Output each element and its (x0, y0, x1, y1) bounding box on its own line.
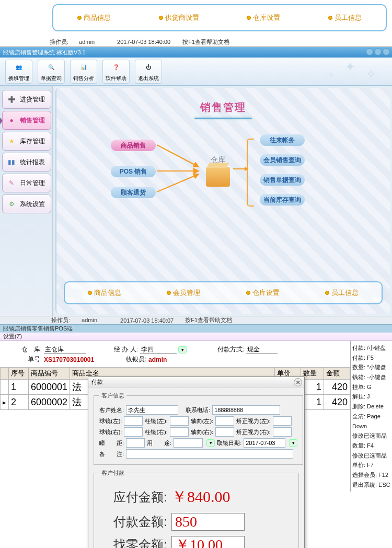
sph-r-input[interactable] (124, 427, 143, 437)
pos-sales-button[interactable]: POS 销售 (111, 166, 156, 177)
handler-picker-icon[interactable]: ▾ (178, 346, 187, 353)
warehouse-cube: 仓库 (202, 155, 234, 187)
close-button[interactable] (383, 48, 390, 55)
bottom-link-warehouse[interactable]: 仓库设置 (246, 288, 280, 298)
sidebar-item-stat-report[interactable]: ▮▮统计报表 (2, 153, 51, 172)
shortcut-hint: 删除: Delete (352, 402, 390, 412)
handler-input[interactable] (140, 345, 177, 354)
payment-dialog: 付款 ✕ 客户信息 客户姓名: 联系电话: 球镜(左): 柱镜(左): 轴向(左… (88, 376, 305, 492)
wanglai-button[interactable]: 往来帐务 (260, 134, 305, 146)
customer-pay-group: 客户付款 应付金额: ￥840.00 付款金额: 找零金额: (94, 469, 299, 492)
axis-l-input[interactable] (215, 416, 234, 426)
svg-line-2 (157, 174, 199, 192)
sidebar-item-purchase-manage[interactable]: ➕进货管理 (2, 90, 51, 109)
warehouse-input[interactable] (44, 345, 86, 354)
system-settings-icon: ⚙ (6, 198, 17, 210)
status-bar-2: 操作员:admin 2017-07-03 18:40:07 按F1查看帮助文档 (0, 316, 392, 324)
svg-line-0 (157, 145, 199, 167)
shortcut-hint: 钱箱: -小键盘 (352, 372, 390, 382)
use-input[interactable] (174, 438, 203, 448)
page-title: 销售管理 (62, 100, 385, 115)
main-toolbar: 👥换班管理🔍单据查询📊销售分析❓软件帮助⏻退出系统 ✦ ✧ ✧ (0, 58, 392, 86)
window-title-bar: 眼镜店销售管理系统 标准版V3.1 (0, 47, 392, 58)
current-stock-query-button[interactable]: 当前库存查询 (260, 194, 305, 206)
doc-number: XS170703010001 (44, 356, 94, 363)
amount-due: ￥840.00 (171, 486, 230, 492)
minimize-button[interactable] (366, 48, 373, 55)
doc-query-icon: 🔍 (45, 61, 57, 74)
paymethod-input[interactable] (246, 345, 278, 354)
software-help-icon: ❓ (110, 61, 122, 74)
shortcut-panel: 付款: /小键盘付款: F5数量: *小键盘钱箱: -小键盘挂单: G解挂: J… (350, 341, 392, 492)
dialog-close-icon[interactable]: ✕ (294, 378, 302, 386)
top-link-panel: 商品信息 供货商设置 仓库设置 员工信息 (52, 4, 387, 31)
daily-manage-icon: ✎ (6, 177, 17, 189)
sph-l-input[interactable] (124, 416, 143, 426)
sales-analysis-button[interactable]: 📊销售分析 (70, 60, 97, 84)
date-picker-icon[interactable]: ▾ (289, 439, 297, 447)
cust-phone-input[interactable] (212, 405, 280, 415)
content-pane: 销售管理 仓库 商品销售 POS 销售 顾客退货 往来帐务 会员销售查询 销售单… (55, 88, 390, 314)
sidebar-item-sales-manage[interactable]: ●销售管理 (2, 111, 51, 130)
software-help-button[interactable]: ❓软件帮助 (102, 60, 130, 84)
window-title: 眼镜店销售管理系统 标准版V3.1 (3, 49, 86, 56)
sales-analysis-icon: 📊 (77, 61, 90, 74)
shortcut-hint: 修改已选商品单价: F7 (352, 451, 390, 470)
sales-diagram: 仓库 商品销售 POS 销售 顾客退货 往来帐务 会员销售查询 销售单据查询 当… (111, 129, 336, 218)
axis-r-input[interactable] (215, 427, 234, 437)
cust-name-input[interactable] (126, 405, 178, 415)
shift-manage-button[interactable]: 👥换班管理 (5, 60, 32, 84)
bottom-link-member[interactable]: 会员管理 (167, 288, 200, 298)
maximize-button[interactable] (374, 48, 382, 55)
top-link-product[interactable]: 商品信息 (77, 13, 111, 22)
shortcut-hint: 付款: /小键盘 (352, 343, 390, 353)
sidebar-item-inventory-manage[interactable]: ★库存管理 (2, 132, 51, 151)
shortcut-hint: 解挂: J (352, 392, 390, 402)
cashier-name: admin (148, 356, 167, 363)
sidebar: ➕进货管理●销售管理★库存管理▮▮统计报表✎日常管理⚙系统设置 (0, 86, 53, 316)
shortcut-hint: 退出系统: ESC (352, 480, 390, 490)
doc-query-button[interactable]: 🔍单据查询 (38, 60, 65, 84)
pos-header-form: 仓 库: 经 办 人: ▾ 付款方式: 单号: XS170703010001 收… (0, 341, 350, 367)
bottom-link-panel: 商品信息 会员管理 仓库设置 员工信息 (64, 281, 383, 304)
exit-system-button[interactable]: ⏻退出系统 (135, 60, 162, 84)
purchase-manage-icon: ➕ (6, 94, 17, 105)
shortcut-hint: 挂单: G (352, 382, 390, 392)
sales-doc-query-button[interactable]: 销售单据查询 (260, 174, 305, 186)
shortcut-hint: 选择会员: F12 (352, 470, 390, 480)
status-bar-1: 操作员:admin 2017-07-03 18:40:00 按F1查看帮助文档 (50, 38, 240, 46)
top-link-warehouse[interactable]: 仓库设置 (247, 13, 280, 22)
pos-menu-settings[interactable]: 设置(Z) (0, 333, 392, 341)
corr-r-input[interactable] (273, 427, 292, 437)
customer-info-group: 客户信息 客户姓名: 联系电话: 球镜(左): 柱镜(左): 轴向(左): 矫正… (94, 392, 303, 465)
shift-manage-icon: 👥 (13, 61, 25, 74)
product-sales-button[interactable]: 商品销售 (111, 140, 156, 151)
stat-report-icon: ▮▮ (6, 156, 17, 168)
cyl-r-input[interactable] (170, 427, 189, 437)
sidebar-item-system-settings[interactable]: ⚙系统设置 (2, 195, 51, 213)
remark-input[interactable] (126, 449, 293, 459)
top-link-staff[interactable]: 员工信息 (328, 13, 362, 22)
shortcut-hint: 修改已选商品数量: F4 (352, 431, 390, 450)
sales-manage-icon: ● (6, 115, 17, 126)
customer-return-button[interactable]: 顾客退货 (111, 187, 156, 198)
member-sales-query-button[interactable]: 会员销售查询 (260, 154, 305, 166)
dialog-title: 付款 (91, 378, 103, 386)
shortcut-hint: 付款: F5 (352, 353, 390, 363)
arrows (157, 141, 204, 198)
shortcut-hint: 数量: *小键盘 (352, 362, 390, 372)
shortcut-hint: 全清: Page Down (352, 412, 390, 431)
bottom-link-product[interactable]: 商品信息 (88, 288, 121, 298)
top-link-supplier[interactable]: 供货商设置 (159, 13, 199, 22)
use-dropdown-icon[interactable]: ▾ (206, 439, 215, 447)
cube-icon (206, 167, 230, 187)
sidebar-item-daily-manage[interactable]: ✎日常管理 (2, 174, 51, 192)
inventory-manage-icon: ★ (6, 135, 17, 147)
cyl-l-input[interactable] (170, 416, 189, 426)
pos-window-title: 眼镜店销售零售销售POS端 (0, 324, 392, 333)
pickup-date-input[interactable] (244, 438, 285, 448)
pd-input[interactable] (126, 438, 145, 448)
exit-system-icon: ⏻ (142, 61, 155, 74)
bottom-link-staff[interactable]: 员工信息 (325, 288, 359, 298)
corr-l-input[interactable] (273, 416, 292, 426)
